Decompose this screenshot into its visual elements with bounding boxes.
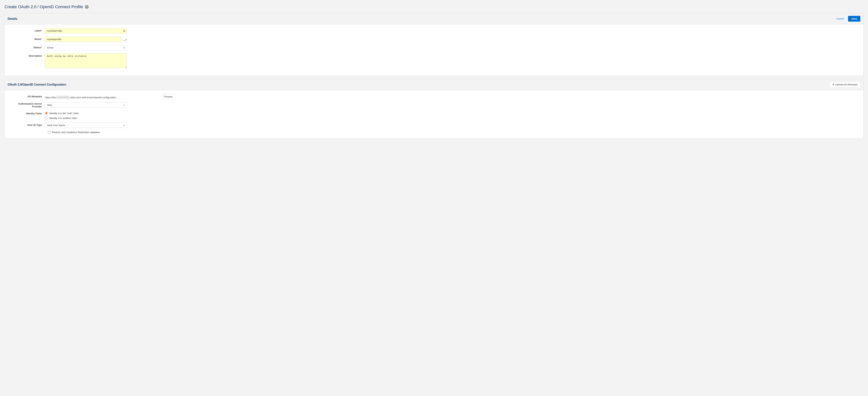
auth-server-row: Authorization Server Provider Okta Other bbox=[8, 102, 860, 108]
upload-as-metadata-button[interactable]: ⬆ Upload AS Metadata bbox=[830, 82, 860, 87]
page-title-container: Create OAuth 2.0 / OpenID Connect Profil… bbox=[4, 4, 864, 9]
label-field-wrap: ⊞ bbox=[45, 28, 127, 33]
audience-restriction-label: Perform strict Audience Restriction vali… bbox=[52, 131, 100, 134]
status-field-wrap: Active Inactive bbox=[45, 45, 127, 50]
name-row: Name* __c bbox=[8, 36, 860, 42]
label-input-container: ⊞ bbox=[45, 28, 127, 33]
auth-server-select-wrap: Okta Other bbox=[45, 102, 127, 108]
status-select[interactable]: Active Inactive bbox=[45, 45, 127, 50]
audience-restriction-row: Perform strict Audience Restriction vali… bbox=[8, 131, 860, 134]
details-header-actions: Cancel Save bbox=[834, 16, 860, 22]
auth-server-select[interactable]: Okta Other bbox=[45, 102, 127, 108]
description-row: Description Auth using my okta instance bbox=[8, 53, 860, 68]
user-id-type-select-wrap: Vault User Name Federated ID Email bbox=[45, 122, 127, 128]
details-section: Details Cancel Save Label* ⊞ Name* bbox=[4, 13, 864, 76]
user-id-type-wrap: Vault User Name Federated ID Email bbox=[45, 122, 127, 128]
label-field-label: Label* bbox=[8, 28, 45, 32]
auth-server-wrap: Okta Other bbox=[45, 102, 127, 108]
identity-claim-other-label: Identity is in another claim bbox=[49, 117, 77, 119]
upload-button-label: Upload AS Metadata bbox=[835, 83, 858, 86]
cancel-button[interactable]: Cancel bbox=[834, 16, 846, 21]
as-metadata-row: AS Metadata https://dev-XXXXXXXX.okta.co… bbox=[8, 94, 860, 100]
description-textarea[interactable]: Auth using my okta instance bbox=[45, 53, 127, 68]
page-title: Create OAuth 2.0 / OpenID Connect Profil… bbox=[4, 4, 83, 9]
details-section-title: Details bbox=[8, 17, 17, 21]
identity-claim-label: Identity Claim bbox=[8, 111, 45, 115]
preview-button[interactable]: Preview bbox=[161, 94, 175, 100]
upload-icon: ⬆ bbox=[832, 83, 834, 86]
user-id-type-label: User ID Type bbox=[8, 122, 45, 126]
table-icon: ⊞ bbox=[123, 29, 125, 32]
as-metadata-label: AS Metadata bbox=[8, 94, 45, 98]
identity-claim-sub-label: Identity is in the "sub" claim bbox=[49, 112, 79, 115]
identity-claim-sub-option[interactable]: Identity is in the "sub" claim bbox=[45, 112, 79, 115]
name-field-wrap: __c bbox=[45, 36, 127, 42]
save-button[interactable]: Save bbox=[848, 16, 860, 22]
identity-claim-other-radio[interactable] bbox=[45, 116, 48, 119]
identity-claim-sub-radio[interactable] bbox=[45, 112, 48, 115]
as-metadata-wrap: https://dev-XXXXXXXX.okta.com/.well-know… bbox=[45, 94, 175, 100]
details-section-body: Label* ⊞ Name* __c Status* bbox=[5, 24, 863, 76]
oauth-section-title: OAuth 2.0/OpenID Connect Configuration bbox=[8, 83, 66, 86]
description-field-wrap: Auth using my okta instance bbox=[45, 53, 127, 68]
status-field-label: Status* bbox=[8, 45, 45, 49]
as-metadata-url-blurred: XXXXXXXX bbox=[57, 96, 70, 99]
user-id-type-select[interactable]: Vault User Name Federated ID Email bbox=[45, 122, 127, 128]
as-metadata-url: https://dev-XXXXXXXX.okta.com/.well-know… bbox=[45, 95, 159, 99]
audience-restriction-checkbox[interactable] bbox=[48, 131, 51, 134]
identity-claim-wrap: Identity is in the "sub" claim Identity … bbox=[45, 111, 127, 119]
name-input[interactable] bbox=[45, 36, 121, 42]
oauth-section: OAuth 2.0/OpenID Connect Configuration ⬆… bbox=[4, 79, 864, 138]
name-field-label: Name* bbox=[8, 36, 45, 40]
name-suffix: __c bbox=[123, 36, 127, 40]
details-section-header: Details Cancel Save bbox=[5, 13, 863, 24]
description-field-label: Description bbox=[8, 53, 45, 57]
label-row: Label* ⊞ bbox=[8, 28, 860, 33]
identity-claim-other-option[interactable]: Identity is in another claim bbox=[45, 116, 79, 119]
identity-claim-radio-group: Identity is in the "sub" claim Identity … bbox=[45, 111, 79, 119]
status-select-wrap: Active Inactive bbox=[45, 45, 127, 50]
help-icon[interactable]: ? bbox=[85, 5, 89, 9]
as-metadata-url-suffix: .okta.com/.well-known/openid-configurati… bbox=[70, 96, 116, 99]
identity-claim-row: Identity Claim Identity is in the "sub" … bbox=[8, 111, 860, 119]
oauth-section-body: AS Metadata https://dev-XXXXXXXX.okta.co… bbox=[5, 90, 863, 138]
as-metadata-url-prefix: https://dev- bbox=[45, 96, 57, 99]
user-id-type-row: User ID Type Vault User Name Federated I… bbox=[8, 122, 860, 128]
status-row: Status* Active Inactive bbox=[8, 45, 860, 50]
label-input[interactable] bbox=[45, 28, 127, 33]
oauth-section-header: OAuth 2.0/OpenID Connect Configuration ⬆… bbox=[5, 79, 863, 90]
auth-server-label: Authorization Server Provider bbox=[8, 102, 45, 108]
